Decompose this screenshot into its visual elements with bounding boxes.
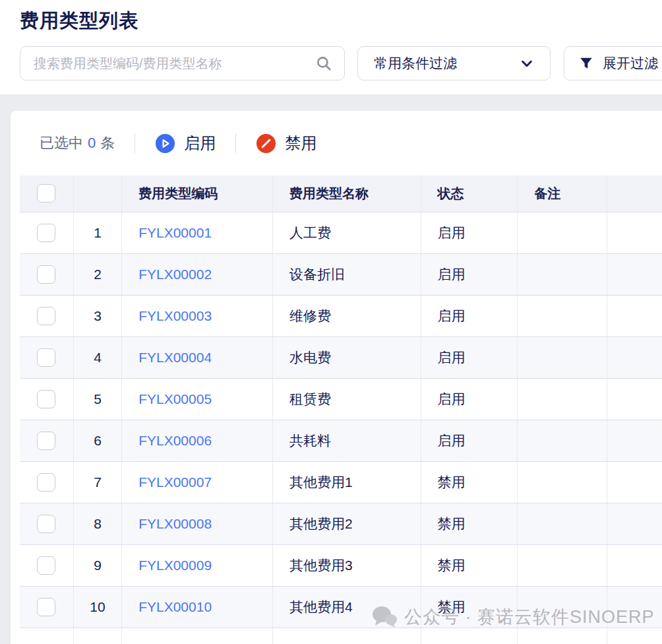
header-status: 状态 xyxy=(421,176,518,212)
row-checkbox[interactable] xyxy=(37,432,55,450)
header-code: 费用类型编码 xyxy=(122,176,273,212)
expense-type-table: 费用类型编码 费用类型名称 状态 备注 1FYLX00001人工费启用2FYLX… xyxy=(20,176,662,644)
expense-type-code-link[interactable]: FYLX00010 xyxy=(138,599,212,614)
row-name-cell: 设备折旧 xyxy=(272,253,421,295)
row-status-cell: 启用 xyxy=(421,295,518,337)
quick-filter-label: 常用条件过滤 xyxy=(374,54,520,73)
row-empty-cell xyxy=(421,628,518,644)
table-row: 1FYLX00001人工费启用 xyxy=(20,212,662,253)
table-row: 3FYLX00003维修费启用 xyxy=(20,295,662,337)
expense-type-code-link[interactable]: FYLX00007 xyxy=(138,474,212,490)
row-name-cell: 其他费用4 xyxy=(272,586,421,628)
row-index-cell: 10 xyxy=(73,586,121,628)
header-extra xyxy=(607,176,662,212)
disable-button[interactable]: 禁用 xyxy=(256,133,316,154)
expense-type-code-link[interactable]: FYLX00009 xyxy=(138,558,212,573)
row-checkbox[interactable] xyxy=(37,515,55,533)
expand-filter-button[interactable]: 展开过滤 xyxy=(564,46,662,80)
row-empty-cell xyxy=(272,628,421,644)
disable-button-label: 禁用 xyxy=(285,133,316,154)
selected-count: 0 xyxy=(88,135,96,152)
row-code-cell: FYLX00005 xyxy=(122,378,273,420)
row-index-cell: 8 xyxy=(73,503,121,544)
row-name-cell: 水电费 xyxy=(272,337,421,378)
row-status-cell: 禁用 xyxy=(421,544,518,586)
selected-prefix: 已选中 xyxy=(40,133,83,153)
row-code-cell: FYLX00002 xyxy=(122,253,273,295)
row-code-cell: FYLX00010 xyxy=(122,586,273,628)
table-row: 10FYLX00010其他费用4禁用 xyxy=(20,586,662,628)
row-name-cell: 其他费用3 xyxy=(272,544,421,586)
row-checkbox[interactable] xyxy=(37,556,55,575)
selected-suffix: 条 xyxy=(100,133,115,153)
row-checkbox[interactable] xyxy=(37,224,55,242)
slash-circle-icon xyxy=(256,133,276,154)
row-status-cell: 启用 xyxy=(421,378,518,420)
row-checkbox[interactable] xyxy=(37,390,55,408)
select-all-checkbox[interactable] xyxy=(37,184,55,203)
table-row: 8FYLX00008其他费用2禁用 xyxy=(20,503,662,544)
row-extra-cell xyxy=(607,295,662,337)
row-code-cell: FYLX00003 xyxy=(122,295,273,337)
play-circle-icon xyxy=(155,133,175,154)
row-code-cell: FYLX00009 xyxy=(122,544,273,586)
row-checkbox[interactable] xyxy=(37,348,55,367)
row-code-cell: FYLX00008 xyxy=(122,503,273,544)
row-extra-cell xyxy=(607,544,662,586)
row-name-cell: 维修费 xyxy=(272,295,421,337)
row-name-cell: 其他费用1 xyxy=(272,461,421,503)
row-select-cell xyxy=(20,337,73,378)
row-index-cell: 5 xyxy=(73,378,121,420)
row-index-cell: 9 xyxy=(73,544,121,586)
row-index-cell: 2 xyxy=(73,253,121,295)
search-icon[interactable] xyxy=(315,55,332,72)
expense-type-code-link[interactable]: FYLX00001 xyxy=(138,225,212,240)
row-status-cell: 禁用 xyxy=(421,503,518,544)
row-checkbox[interactable] xyxy=(37,307,55,325)
list-card: 已选中 0 条 启用 禁用 xyxy=(11,111,662,644)
row-checkbox[interactable] xyxy=(37,265,55,284)
row-remark-cell xyxy=(518,295,607,337)
row-extra-cell xyxy=(607,420,662,461)
row-select-cell xyxy=(20,212,73,253)
row-checkbox[interactable] xyxy=(37,598,55,616)
expense-type-code-link[interactable]: FYLX00003 xyxy=(138,308,212,323)
enable-button[interactable]: 启用 xyxy=(155,133,216,154)
row-select-cell xyxy=(20,461,73,503)
expense-type-code-link[interactable]: FYLX00002 xyxy=(138,267,212,282)
row-remark-cell xyxy=(518,461,607,503)
row-status-cell: 禁用 xyxy=(421,586,518,628)
row-select-cell xyxy=(20,420,73,461)
row-status-cell: 启用 xyxy=(421,337,518,378)
row-extra-cell xyxy=(607,461,662,503)
table-row: 6FYLX00006共耗料启用 xyxy=(20,420,662,461)
row-select-cell xyxy=(20,378,73,420)
search-box[interactable] xyxy=(20,46,345,80)
expense-type-code-link[interactable]: FYLX00004 xyxy=(138,350,212,365)
row-status-cell: 启用 xyxy=(421,420,518,461)
expense-type-code-link[interactable]: FYLX00006 xyxy=(138,433,212,448)
quick-filter-dropdown[interactable]: 常用条件过滤 xyxy=(357,46,551,80)
row-index-cell: 6 xyxy=(73,420,121,461)
row-index-cell: 1 xyxy=(73,212,121,253)
row-empty-cell xyxy=(518,628,607,644)
row-index-cell: 3 xyxy=(73,295,121,337)
row-remark-cell xyxy=(518,503,607,544)
row-checkbox[interactable] xyxy=(37,473,55,492)
row-status-cell: 启用 xyxy=(421,212,518,253)
row-index-cell: 4 xyxy=(73,337,121,378)
expense-type-code-link[interactable]: FYLX00005 xyxy=(138,391,212,406)
selected-info: 已选中 0 条 xyxy=(40,133,115,153)
table-row: 2FYLX00002设备折旧启用 xyxy=(20,253,662,295)
table-row: 4FYLX00004水电费启用 xyxy=(20,337,662,378)
row-remark-cell xyxy=(518,544,607,586)
row-code-cell: FYLX00001 xyxy=(122,212,273,253)
expense-type-code-link[interactable]: FYLX00008 xyxy=(138,516,212,531)
row-empty-cell xyxy=(122,628,273,644)
row-remark-cell xyxy=(518,337,607,378)
row-empty-cell xyxy=(607,628,662,644)
search-input[interactable] xyxy=(34,56,315,71)
table-header-row: 费用类型编码 费用类型名称 状态 备注 xyxy=(20,176,662,212)
table-row-cutoff xyxy=(20,628,662,644)
row-name-cell: 共耗料 xyxy=(272,420,421,461)
